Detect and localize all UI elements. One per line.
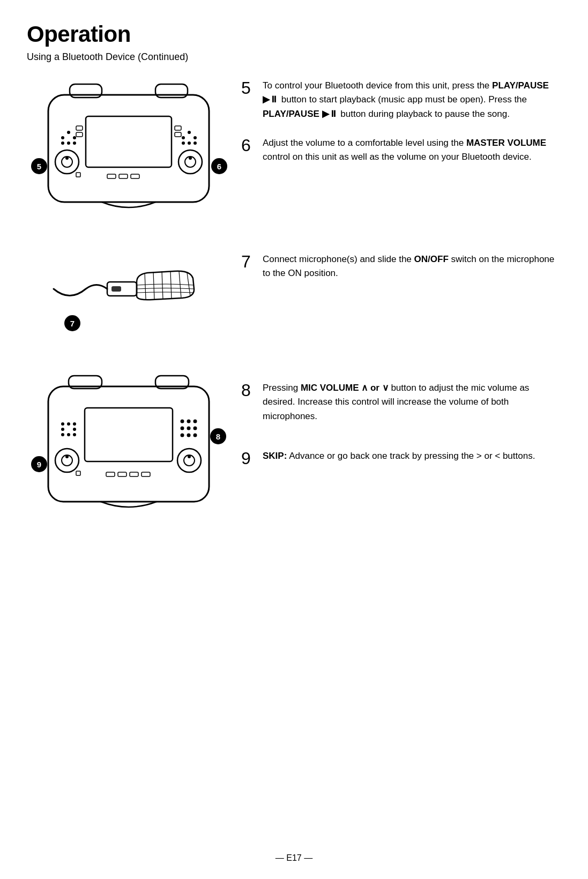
svg-point-4 — [61, 136, 64, 139]
svg-rect-66 — [118, 472, 126, 476]
svg-rect-29 — [76, 173, 80, 177]
page-title: Operation — [27, 21, 561, 47]
svg-rect-27 — [119, 174, 128, 178]
svg-point-18 — [65, 157, 69, 160]
svg-point-51 — [187, 420, 191, 423]
svg-point-56 — [181, 434, 184, 437]
svg-point-55 — [193, 427, 197, 430]
step-6-number: 6 — [241, 136, 257, 155]
step-9-text: SKIP: Advance or go back one track by pr… — [263, 449, 535, 463]
svg-rect-25 — [175, 132, 181, 137]
svg-point-58 — [193, 434, 197, 437]
svg-point-15 — [193, 141, 197, 145]
svg-point-53 — [181, 427, 184, 430]
svg-point-43 — [67, 422, 70, 426]
svg-line-31 — [145, 273, 146, 299]
svg-rect-0 — [48, 95, 209, 202]
svg-point-21 — [189, 157, 192, 160]
svg-point-13 — [188, 141, 191, 145]
svg-point-52 — [193, 420, 197, 423]
svg-point-14 — [182, 141, 185, 145]
step-7-number: 7 — [241, 252, 257, 271]
svg-rect-67 — [130, 472, 138, 476]
svg-point-48 — [61, 422, 64, 426]
mic-wrap: 7 — [48, 254, 209, 326]
step-5: 5 To control your Bluetooth device from … — [241, 79, 561, 121]
steps-col-2: 7 Connect microphone(s) and slide the ON… — [230, 236, 561, 281]
page-footer: — E17 — — [0, 853, 588, 863]
svg-point-19 — [178, 150, 202, 174]
svg-rect-24 — [175, 126, 181, 130]
footer-text: — E17 — — [276, 853, 312, 862]
step-8: 8 Pressing MIC VOLUME ∧ or ∨ button to a… — [241, 381, 561, 423]
svg-point-57 — [187, 434, 191, 437]
device-top-wrap: 5 6 — [38, 79, 220, 220]
svg-line-34 — [170, 271, 172, 299]
step-8-number: 8 — [241, 381, 257, 400]
svg-point-47 — [73, 433, 76, 436]
illustration-mic: 7 — [27, 236, 230, 344]
illustration-device-bottom: 8 9 — [27, 370, 230, 523]
step-7-text: Connect microphone(s) and slide the ON/O… — [263, 252, 561, 281]
badge-9: 9 — [31, 456, 47, 472]
svg-point-5 — [67, 131, 70, 134]
svg-point-49 — [73, 422, 76, 426]
step-8-text: Pressing MIC VOLUME ∧ or ∨ button to adj… — [263, 381, 561, 423]
svg-rect-28 — [131, 174, 139, 178]
badge-8: 8 — [210, 428, 226, 444]
row-2: 7 7 Connect microphone(s) and slide the … — [27, 236, 561, 344]
row-3: 8 9 8 Pressing MIC VOLUME ∧ or ∨ button … — [27, 370, 561, 523]
svg-rect-26 — [107, 174, 116, 178]
svg-point-64 — [188, 455, 191, 458]
steps-col-3: 8 Pressing MIC VOLUME ∧ or ∨ button to a… — [230, 370, 561, 468]
svg-point-50 — [181, 420, 184, 423]
content-area: 5 6 5 To control your Bluetooth device f… — [27, 79, 561, 533]
svg-rect-41 — [85, 408, 173, 461]
svg-point-42 — [61, 428, 64, 431]
svg-rect-3 — [86, 116, 172, 167]
svg-point-10 — [182, 136, 185, 139]
svg-point-11 — [188, 131, 191, 134]
svg-line-32 — [153, 272, 154, 300]
step-5-text: To control your Bluetooth device from th… — [263, 79, 561, 121]
svg-point-45 — [67, 433, 70, 436]
microphone-svg — [48, 254, 209, 324]
badge-6: 6 — [211, 158, 227, 174]
svg-rect-38 — [48, 386, 209, 502]
steps-col-1: 5 To control your Bluetooth device from … — [230, 79, 561, 165]
svg-point-61 — [65, 455, 69, 458]
step-7: 7 Connect microphone(s) and slide the ON… — [241, 252, 561, 281]
svg-rect-22 — [76, 126, 83, 130]
svg-point-12 — [193, 136, 197, 139]
illustration-device-top: 5 6 — [27, 79, 230, 220]
svg-point-9 — [73, 141, 76, 145]
svg-point-59 — [55, 449, 79, 472]
badge-7: 7 — [64, 315, 80, 331]
svg-point-46 — [61, 433, 64, 436]
svg-rect-68 — [142, 472, 150, 476]
svg-rect-37 — [111, 286, 121, 292]
page-subtitle: Using a Bluetooth Device (Continued) — [27, 51, 561, 63]
device-top-svg — [38, 79, 220, 218]
svg-point-44 — [73, 428, 76, 431]
step-6: 6 Adjust the volume to a comfortable lev… — [241, 136, 561, 165]
step-6-text: Adjust the volume to a comfortable level… — [263, 136, 561, 165]
svg-line-33 — [162, 271, 163, 300]
device-bottom-svg — [38, 370, 220, 520]
svg-point-8 — [61, 141, 64, 145]
step-9: 9 SKIP: Advance or go back one track by … — [241, 449, 561, 468]
svg-rect-69 — [76, 471, 80, 475]
step-9-number: 9 — [241, 449, 257, 468]
svg-point-6 — [73, 136, 76, 139]
step-5-number: 5 — [241, 79, 257, 98]
svg-point-54 — [187, 427, 191, 430]
svg-point-7 — [67, 141, 70, 145]
svg-point-62 — [177, 449, 201, 472]
svg-rect-23 — [76, 132, 83, 137]
svg-point-16 — [55, 150, 79, 174]
device-bottom-wrap: 8 9 — [38, 370, 220, 523]
row-1: 5 6 5 To control your Bluetooth device f… — [27, 79, 561, 220]
svg-rect-65 — [106, 472, 115, 476]
badge-5: 5 — [31, 158, 47, 174]
